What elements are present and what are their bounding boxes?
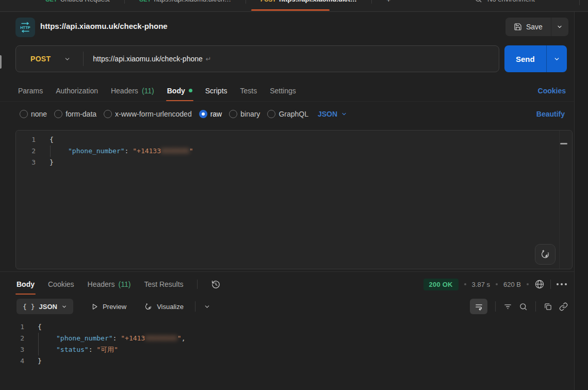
request-tab-2[interactable]: GEThttps://api.xiaomu.uk/ch… bbox=[139, 0, 231, 3]
more-views-chevron[interactable] bbox=[204, 303, 210, 310]
tab-headers[interactable]: Headers(11) bbox=[111, 80, 154, 101]
body-modified-dot bbox=[189, 89, 192, 92]
visualize-button[interactable]: Visualize bbox=[144, 302, 184, 311]
chevron-down-icon bbox=[341, 111, 347, 117]
divider bbox=[495, 301, 496, 312]
search-icon[interactable] bbox=[475, 0, 482, 3]
send-button-group: Send bbox=[504, 45, 567, 72]
tab-params[interactable]: Params bbox=[18, 80, 43, 101]
method-badge: GET bbox=[139, 0, 151, 3]
response-tab-body[interactable]: Body bbox=[17, 274, 35, 295]
tab-tests[interactable]: Tests bbox=[240, 80, 257, 101]
method-badge: GET bbox=[45, 0, 57, 3]
separator-dot bbox=[527, 283, 529, 285]
postbot-icon bbox=[540, 249, 551, 260]
indent-guide bbox=[38, 344, 39, 355]
response-size[interactable]: 620 B bbox=[503, 281, 521, 288]
response-tab-headers[interactable]: Headers(11) bbox=[88, 274, 131, 295]
indent-guide bbox=[50, 145, 51, 157]
editor-scroll-gutter bbox=[559, 131, 572, 269]
method-selector[interactable]: POST bbox=[16, 55, 83, 63]
preview-button[interactable]: Preview bbox=[91, 303, 126, 311]
return-key-hint: ↵ bbox=[206, 55, 211, 63]
request-header: HTTP https://api.xiaomu.uk/check-phone S… bbox=[0, 16, 574, 40]
code-line: 3 "status": "可用" bbox=[0, 344, 574, 355]
divider bbox=[371, 0, 372, 4]
request-title: https://api.xiaomu.uk/check-phone bbox=[40, 22, 168, 30]
preview-icon bbox=[91, 303, 99, 311]
separator-dot bbox=[496, 283, 498, 285]
radio-icon bbox=[20, 110, 28, 118]
send-options-button[interactable] bbox=[546, 45, 567, 72]
request-tab-3-active[interactable]: POSThttps://api.xiaomu.uk/t… bbox=[260, 0, 357, 3]
copy-icon[interactable] bbox=[544, 302, 552, 311]
code-line: 2 "phone_number": "+141330000000" bbox=[16, 145, 572, 157]
code-line: 3 } bbox=[16, 157, 572, 168]
http-badge-icon: HTTP bbox=[15, 18, 35, 37]
response-toolbar: { } JSON Preview Visualize bbox=[0, 298, 574, 315]
option-raw[interactable]: raw bbox=[199, 110, 222, 118]
postbot-button[interactable] bbox=[535, 244, 556, 265]
response-pane: Body Cookies Headers(11) Test Results 20… bbox=[0, 271, 574, 390]
workspace-tab-strip: GETUntitled Request GEThttps://api.xiaom… bbox=[0, 0, 588, 12]
request-tab-1[interactable]: GETUntitled Request bbox=[45, 0, 110, 3]
option-graphql[interactable]: GraphQL bbox=[267, 110, 308, 118]
option-binary[interactable]: binary bbox=[229, 110, 260, 118]
filter-icon[interactable] bbox=[503, 302, 512, 311]
beautify-link[interactable]: Beautify bbox=[536, 110, 565, 118]
history-icon[interactable] bbox=[211, 280, 221, 289]
url-row: POST https://api.xiaomu.uk/check-phone↵ … bbox=[0, 45, 574, 74]
save-icon bbox=[514, 23, 522, 31]
redacted-phone-digits: 0000000 bbox=[161, 147, 189, 155]
method-badge: POST bbox=[260, 0, 276, 3]
chevron-down-icon bbox=[557, 24, 563, 30]
url-bar: POST https://api.xiaomu.uk/check-phone↵ bbox=[15, 45, 499, 72]
chevron-down-icon bbox=[64, 56, 71, 62]
tab-authorization[interactable]: Authorization bbox=[56, 80, 98, 101]
divider bbox=[550, 280, 551, 289]
tab-settings[interactable]: Settings bbox=[270, 80, 296, 101]
code-line: 2 "phone_number": "+141300000000", bbox=[0, 333, 574, 344]
link-icon[interactable] bbox=[559, 302, 568, 311]
method-label: POST bbox=[30, 55, 51, 63]
radio-icon bbox=[54, 110, 62, 118]
environment-selector[interactable]: No environment bbox=[487, 0, 535, 3]
option-form-data[interactable]: form-data bbox=[54, 110, 96, 118]
response-tab-test-results[interactable]: Test Results bbox=[144, 274, 183, 295]
radio-icon bbox=[267, 110, 275, 118]
response-status-cluster: 200 OK 3.87 s 620 B bbox=[423, 274, 567, 295]
response-format-selector[interactable]: { } JSON bbox=[17, 299, 73, 314]
search-response-icon[interactable] bbox=[519, 302, 528, 311]
response-body-viewer[interactable]: 1 { 2 "phone_number": "+141300000000", 3… bbox=[0, 319, 574, 390]
chevron-down-icon bbox=[61, 304, 67, 310]
new-tab-button[interactable]: + bbox=[386, 0, 391, 4]
send-button[interactable]: Send bbox=[504, 45, 546, 72]
more-options-icon[interactable] bbox=[557, 283, 567, 285]
option-none[interactable]: none bbox=[20, 110, 47, 118]
tab-body[interactable]: Body bbox=[167, 80, 192, 101]
response-time[interactable]: 3.87 s bbox=[472, 281, 490, 288]
url-input[interactable]: https://api.xiaomu.uk/check-phone↵ bbox=[93, 55, 211, 63]
svg-text:HTTP: HTTP bbox=[20, 25, 30, 30]
api-client-window: GETUntitled Request GEThttps://api.xiaom… bbox=[0, 0, 588, 390]
body-type-options: none form-data x-www-form-urlencoded raw… bbox=[0, 106, 574, 122]
save-options-button[interactable] bbox=[551, 18, 568, 36]
globe-icon[interactable] bbox=[534, 279, 545, 289]
scrollbar-thumb[interactable] bbox=[560, 143, 567, 144]
wrap-text-button[interactable] bbox=[470, 299, 487, 314]
redacted-phone-digits: 00000000 bbox=[145, 334, 177, 342]
active-tab-underline bbox=[251, 9, 330, 11]
separator-dot bbox=[464, 283, 466, 285]
right-sidebar-rail bbox=[574, 12, 588, 390]
headers-count: (11) bbox=[119, 280, 131, 288]
status-badge[interactable]: 200 OK bbox=[423, 279, 459, 290]
code-line: 1 { bbox=[16, 134, 572, 145]
request-tab-bar: Params Authorization Headers(11) Body Sc… bbox=[0, 80, 574, 102]
request-body-editor[interactable]: 1 { 2 "phone_number": "+141330000000" 3 … bbox=[15, 130, 573, 269]
raw-format-selector[interactable]: JSON bbox=[318, 110, 347, 118]
cookies-link[interactable]: Cookies bbox=[538, 80, 566, 101]
tab-scripts[interactable]: Scripts bbox=[205, 80, 227, 101]
response-tab-cookies[interactable]: Cookies bbox=[48, 274, 74, 295]
option-x-www-form-urlencoded[interactable]: x-www-form-urlencoded bbox=[104, 110, 192, 118]
save-button[interactable]: Save bbox=[505, 18, 551, 36]
